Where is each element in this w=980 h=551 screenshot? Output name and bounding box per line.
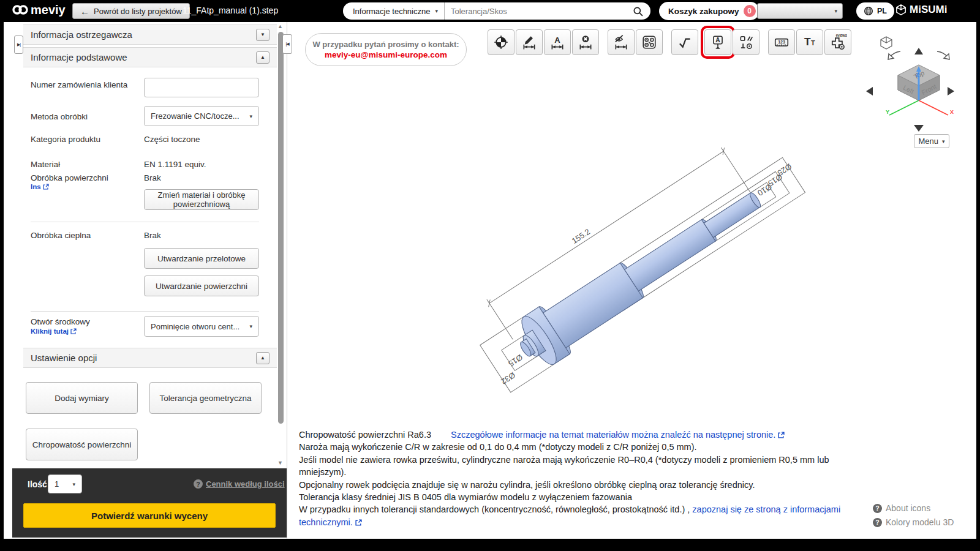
- meviy-logo-icon: [11, 2, 29, 17]
- language-button[interactable]: PL: [856, 2, 894, 20]
- svg-text:123: 123: [778, 40, 785, 44]
- datum-target-icon[interactable]: [488, 29, 514, 55]
- order-number-label: Numer zamówienia klienta: [31, 80, 127, 89]
- cart-button[interactable]: Koszyk zakupowy 0: [659, 2, 760, 20]
- misumi-logo[interactable]: MiSUMi: [895, 4, 947, 16]
- method-value: Frezowanie CNC/tocze...: [151, 111, 239, 121]
- language-label: PL: [877, 7, 887, 15]
- topbar-select[interactable]: ▾: [757, 3, 843, 19]
- contact-prompt: W przypadku pytań prosimy o kontakt:: [312, 40, 459, 49]
- center-hole-link[interactable]: Kliknij tutaj: [31, 328, 77, 335]
- search-bar: Informacje techniczne ▾: [343, 2, 650, 20]
- back-arrow-icon: ←: [80, 6, 89, 17]
- text-size-icon[interactable]: TT: [796, 29, 823, 55]
- geometric-tolerance-icon[interactable]: [733, 29, 760, 55]
- svg-text:T: T: [811, 39, 815, 47]
- contact-email[interactable]: meviy-eu@misumi-europe.com: [325, 50, 447, 59]
- pricing-by-quantity-link[interactable]: ? Cennik według ilości: [194, 479, 285, 489]
- surface-hardening-button[interactable]: Utwardzanie powierzchni: [144, 276, 259, 296]
- dimension-lines: [461, 122, 809, 392]
- method-select[interactable]: Frezowanie CNC/tocze... ▾: [144, 106, 259, 126]
- heat-treatment-label: Obróbka cieplna: [31, 231, 91, 240]
- section-header-warning[interactable]: Informacja ostrzegawcza ▼: [23, 24, 277, 45]
- note-line-3: Jeśli model nie zawiera rowka prześwitu,…: [299, 454, 813, 466]
- surface-roughness-button[interactable]: Chropowatość powierzchni: [26, 429, 138, 460]
- center-hole-link-label: Kliknij tutaj: [31, 328, 69, 335]
- change-material-button[interactable]: Zmień materiał i obróbkę powierzchniową: [144, 189, 259, 210]
- shaft-model[interactable]: [508, 175, 773, 375]
- quantity-select[interactable]: 1 ▾: [48, 474, 82, 493]
- add-dimensions-button[interactable]: Dodaj wymiary: [26, 382, 138, 414]
- datum-label-icon[interactable]: A: [704, 29, 731, 55]
- chevron-down-icon: ▾: [249, 323, 252, 329]
- add-dimension-icon[interactable]: [516, 29, 543, 55]
- note-line-6: Tolerancja klasy średniej JIS B 0405 dla…: [299, 491, 813, 503]
- center-hole-select[interactable]: Pominięcie otworu cent... ▾: [144, 316, 259, 337]
- model-3d-view[interactable]: 155.2 Ø10 Ø15 Ø25 Ø15 Ø32: [288, 59, 976, 429]
- quantity-label: Ilość: [28, 479, 47, 489]
- through-hardening-button[interactable]: Utwardzanie przelotowe: [144, 248, 259, 269]
- surface-treatment-value: Brak: [144, 173, 161, 182]
- text-dimension-icon[interactable]: A: [544, 29, 571, 55]
- filename: 11_FAtp_manual (1).step: [183, 6, 278, 15]
- meviy-logo[interactable]: meviy: [11, 2, 66, 17]
- roughness-note: Chropowatość powierzchni Ra6.3: [299, 430, 431, 440]
- geometric-tolerance-button[interactable]: Tolerancja geometryczna: [149, 382, 262, 414]
- notes-block: Chropowatość powierzchni Ra6.3 Szczegóło…: [299, 429, 813, 528]
- material-label: Materiał: [31, 160, 60, 169]
- question-icon: ?: [873, 518, 882, 527]
- ins-link-label: Ins: [31, 183, 41, 190]
- order-number-input[interactable]: [144, 78, 259, 97]
- section-header-options[interactable]: Ustawienie opcji ▲: [23, 348, 277, 368]
- external-link-icon: [43, 184, 49, 190]
- section-header-basic-info[interactable]: Informacje podstawowe ▲: [23, 47, 277, 67]
- chevron-down-icon: ▾: [435, 8, 438, 14]
- category-label: Kategoria produktu: [31, 135, 100, 144]
- technical-info-link-2[interactable]: technicznymi.: [299, 517, 353, 527]
- surface-check-icon[interactable]: [671, 29, 698, 55]
- search-category-dropdown[interactable]: Informacje techniczne ▾: [343, 2, 444, 20]
- back-button-label: Powrót do listy projektów: [94, 7, 182, 16]
- hole-pattern-icon[interactable]: [636, 29, 663, 55]
- measure-ruler-icon[interactable]: 123: [768, 29, 795, 55]
- scroll-down-arrow[interactable]: ▼: [277, 460, 283, 466]
- divider: [31, 311, 259, 312]
- svg-text:A: A: [554, 36, 560, 45]
- quantity-value: 1: [55, 479, 59, 489]
- pricing-link-label: Cennik według ilości: [206, 479, 285, 489]
- back-to-projects-button[interactable]: ← Powrót do listy projektów: [72, 3, 190, 19]
- panel-expand-handle[interactable]: ▶|: [14, 36, 23, 54]
- tilt-up-arrow[interactable]: [914, 48, 923, 54]
- length-dimension: 155.2: [570, 227, 592, 246]
- model-colors-link[interactable]: ? Kolory modelu 3D: [873, 517, 954, 527]
- note-line-8: technicznymi.: [299, 516, 813, 528]
- technical-info-link[interactable]: zapoznaj się ze stroną z informacjami: [692, 504, 840, 514]
- chevron-down-icon: ▾: [249, 113, 252, 119]
- svg-text:6VIEWS: 6VIEWS: [836, 34, 847, 37]
- collapse-toggle-down-icon[interactable]: ▼: [256, 29, 270, 41]
- cube-home-icon[interactable]: [881, 37, 892, 49]
- top-bar: meviy ← Powrót do listy projektów 11_FAt…: [0, 0, 980, 22]
- svg-text:A: A: [715, 37, 720, 43]
- hide-dimension-icon[interactable]: [608, 29, 635, 55]
- collapse-toggle-up-icon[interactable]: ▲: [256, 352, 270, 364]
- note-line-5: Opcjonalny rowek podcięcia znajduje się …: [299, 479, 813, 491]
- search-category-label: Informacje techniczne: [353, 7, 430, 16]
- globe-icon: [864, 6, 873, 16]
- ins-link[interactable]: Ins: [31, 183, 49, 190]
- basic-header-label: Informacje podstawowe: [31, 52, 127, 62]
- scroll-up-arrow[interactable]: ▲: [277, 23, 283, 29]
- search-icon[interactable]: [633, 6, 643, 17]
- delete-dimension-icon[interactable]: [572, 29, 599, 55]
- center-hole-label: Otwór środkowy: [31, 317, 90, 326]
- six-views-icon[interactable]: 6VIEWS: [824, 29, 851, 55]
- collapse-toggle-up-icon[interactable]: ▲: [256, 51, 270, 64]
- confirm-quote-button[interactable]: Potwierdź warunki wyceny: [23, 503, 276, 528]
- search-input[interactable]: [445, 7, 633, 16]
- about-icons-link[interactable]: ? About icons: [873, 503, 954, 513]
- help-links: ? About icons ? Kolory modelu 3D: [873, 503, 954, 527]
- sidebar-scrollbar-thumb[interactable]: [278, 32, 284, 424]
- divider: [31, 222, 259, 222]
- materials-info-link[interactable]: Szczegółowe informacje na temat materiał…: [451, 430, 785, 440]
- panel-collapse-handle[interactable]: |◀: [282, 34, 292, 54]
